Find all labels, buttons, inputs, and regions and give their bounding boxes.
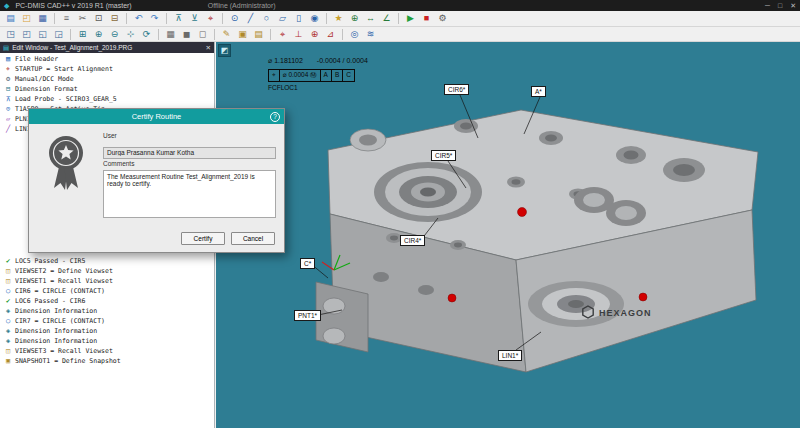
edit-window-command[interactable]: ◈ Dimension Information (0, 336, 214, 346)
undo-icon[interactable]: ↶ (131, 12, 146, 25)
zoom-out-icon[interactable]: ⊖ (107, 28, 122, 41)
feature-callout[interactable]: PNT1* (294, 310, 321, 321)
zoom-fit-icon[interactable]: ⊞ (75, 28, 90, 41)
edit-window-command[interactable]: ◫ VIEWSET3 = Recall Viewset (0, 346, 214, 356)
probe-toolbox-icon[interactable]: ⊻ (187, 12, 202, 25)
toolbar-separator (222, 13, 223, 24)
toolbar-separator (166, 13, 167, 24)
window-controls: ─ □ ✕ (765, 0, 796, 11)
location-dimension-icon[interactable]: ⊕ (347, 12, 362, 25)
feature-callout[interactable]: C* (300, 258, 315, 269)
edit-window-command[interactable]: ◈ Dimension Information (0, 326, 214, 336)
view-front-icon[interactable]: ◱ (35, 28, 50, 41)
scan-icon[interactable]: ≋ (363, 28, 378, 41)
distance-dimension-icon[interactable]: ↔ (363, 12, 378, 25)
settings-icon[interactable]: ⚙ (435, 12, 450, 25)
gage-icon[interactable]: ◎ (347, 28, 362, 41)
dialog-help-button[interactable]: ? (270, 112, 280, 122)
probe-mode-icon[interactable]: ⊼ (171, 12, 186, 25)
point-feature-icon[interactable]: ⊙ (227, 12, 242, 25)
certify-button[interactable]: Certify (181, 232, 225, 245)
certify-routine-dialog: Certify Routine ? User Comments The Meas… (28, 108, 285, 253)
command-icon: ◫ (4, 277, 12, 285)
auto-feature-icon[interactable]: ★ (331, 12, 346, 25)
shaded-view-icon[interactable]: ◼ (179, 28, 194, 41)
edit-window-command[interactable]: ✔ LOC5 Passed - CIR5 (0, 256, 214, 266)
execute-icon[interactable]: ▶ (403, 12, 418, 25)
edit-window-command[interactable]: ⊟ Dimension Format (0, 84, 214, 94)
file-open-icon[interactable]: ◰ (19, 12, 34, 25)
sphere-feature-icon[interactable]: ◉ (307, 12, 322, 25)
feature-control-frame[interactable]: ⌖ ⌀ 0.0004 Ⓜ A B C (268, 69, 355, 82)
level-icon[interactable]: ⊥ (291, 28, 306, 41)
feature-callout[interactable]: LIN1* (498, 350, 522, 361)
measure-icon[interactable]: ⌖ (203, 12, 218, 25)
command-label: LOC6 Passed - CIR6 (15, 297, 85, 305)
feature-callout[interactable]: CIR6* (444, 84, 469, 95)
dialog-header[interactable]: Certify Routine ? (29, 109, 284, 124)
comment-icon[interactable]: ✎ (219, 28, 234, 41)
axes-icon[interactable]: ⊿ (323, 28, 338, 41)
rotate-view-icon[interactable]: ⟳ (139, 28, 154, 41)
plane-feature-icon[interactable]: ▱ (275, 12, 290, 25)
edit-window-command[interactable]: ◫ VIEWSET2 = Define Viewset (0, 266, 214, 276)
save-icon[interactable]: ▦ (35, 12, 50, 25)
paste-icon[interactable]: ⊟ (107, 12, 122, 25)
comments-field[interactable]: The Measurement Routine Test_Alignment_2… (103, 170, 276, 218)
cylinder-feature-icon[interactable]: ▯ (291, 12, 306, 25)
edit-window-command[interactable]: ⌖ STARTUP = Start Alignment (0, 64, 214, 74)
edit-window-close-icon[interactable]: ✕ (206, 44, 211, 52)
pan-icon[interactable]: ⊹ (123, 28, 138, 41)
report-icon[interactable]: ▤ (251, 28, 266, 41)
cancel-button[interactable]: Cancel (231, 232, 275, 245)
wireframe-icon[interactable]: ▦ (163, 28, 178, 41)
connection-status: Offline (Administrator) (208, 2, 276, 9)
stop-icon[interactable]: ■ (419, 12, 434, 25)
app-icon: ◆ (4, 2, 9, 10)
minimize-button[interactable]: ─ (765, 0, 770, 11)
origin-icon[interactable]: ⊕ (307, 28, 322, 41)
feature-callout[interactable]: CIR4* (400, 235, 425, 246)
command-icon: ○ (4, 287, 12, 295)
user-field[interactable] (103, 147, 276, 159)
toolbar-separator (214, 29, 215, 40)
edit-window-command[interactable]: ◈ Dimension Information (0, 306, 214, 316)
angle-dimension-icon[interactable]: ∠ (379, 12, 394, 25)
file-new-icon[interactable]: ▤ (3, 12, 18, 25)
command-label: VIEWSET2 = Define Viewset (15, 267, 113, 275)
view-iso-icon[interactable]: ◳ (3, 28, 18, 41)
edit-window-command[interactable]: ◫ VIEWSET1 = Recall Viewset (0, 276, 214, 286)
edit-window-command[interactable]: ○ CIR7 = CIRCLE (CONTACT) (0, 316, 214, 326)
redo-icon[interactable]: ↷ (147, 12, 162, 25)
view-top-icon[interactable]: ◰ (19, 28, 34, 41)
print-icon[interactable]: ≡ (59, 12, 74, 25)
command-icon: ▣ (4, 357, 12, 365)
line-feature-icon[interactable]: ╱ (243, 12, 258, 25)
edit-window-command[interactable]: ○ CIR6 = CIRCLE (CONTACT) (0, 286, 214, 296)
circle-feature-icon[interactable]: ○ (259, 12, 274, 25)
viewport-view-button[interactable]: ◩ (218, 44, 231, 57)
copy-icon[interactable]: ⊡ (91, 12, 106, 25)
feature-callout[interactable]: A* (531, 86, 546, 97)
cad-model-canvas[interactable]: HEXAGON (216, 42, 800, 428)
edit-window-command[interactable]: ⊼ Load Probe - SCIRO3_GEAR_5 (0, 94, 214, 104)
toolbar-separator (270, 29, 271, 40)
edit-window-command[interactable]: ✔ LOC6 Passed - CIR6 (0, 296, 214, 306)
edit-window-command[interactable]: ⚙ Manual/DCC Mode (0, 74, 214, 84)
cut-icon[interactable]: ✂ (75, 12, 90, 25)
edit-window-command[interactable]: ▣ SNAPSHOT1 = Define Snapshot (0, 356, 214, 366)
titlebar: ◆ PC-DMIS CAD++ v 2019 R1 (master) Offli… (0, 0, 800, 11)
view-right-icon[interactable]: ◲ (51, 28, 66, 41)
maximize-button[interactable]: □ (778, 0, 782, 11)
transparent-view-icon[interactable]: ◻ (195, 28, 210, 41)
toolbar-separator (54, 13, 55, 24)
graphics-viewport[interactable]: HEXAGON ◩ ⌀ 1.181102 -0.0004 / 0.0004 ⌖ … (216, 42, 800, 428)
zoom-in-icon[interactable]: ⊕ (91, 28, 106, 41)
alignment-icon[interactable]: ⌖ (275, 28, 290, 41)
dimension-tolerance: -0.0004 / 0.0004 (317, 57, 368, 65)
command-icon: ⊙ (4, 105, 12, 113)
close-button[interactable]: ✕ (790, 0, 796, 11)
feature-callout[interactable]: CIR5* (431, 150, 456, 161)
snapshot-icon[interactable]: ▣ (235, 28, 250, 41)
edit-window-command[interactable]: ▤ File Header (0, 54, 214, 64)
